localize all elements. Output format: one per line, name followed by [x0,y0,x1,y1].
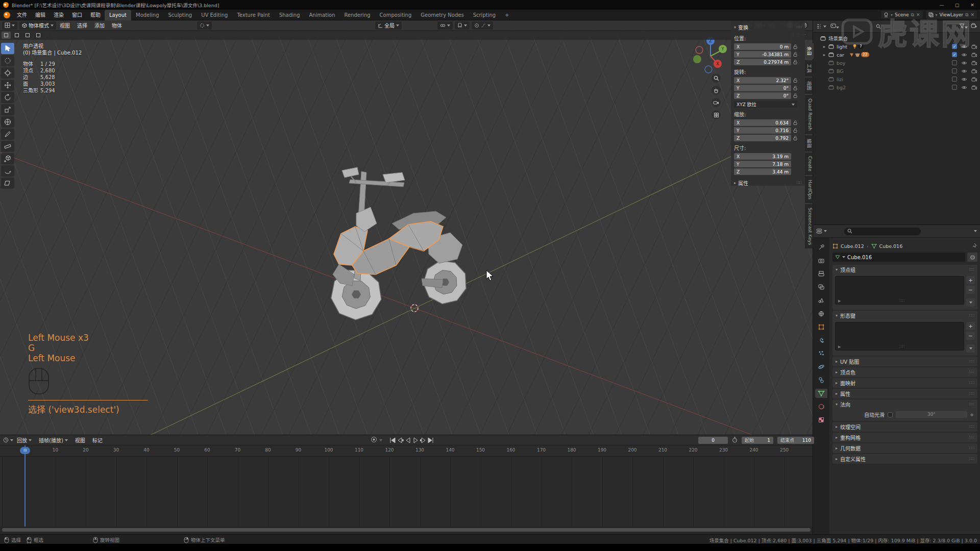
camera-view-icon[interactable] [712,98,721,107]
tool-select-circle[interactable] [1,55,14,66]
current-frame-field[interactable]: 0 [698,437,728,444]
blender-menu-icon[interactable] [4,12,10,18]
viewport-3d[interactable]: 用户透视 (0) 场景集合 | Cube.012 物体1 / 29顶点2,680… [0,20,813,435]
frame-start-field[interactable]: 起始1 [742,437,773,444]
outliner-filter-button[interactable] [959,23,968,30]
frame-end-field[interactable]: 结束点110 [777,437,814,444]
data-name-field[interactable]: Cube.016 [832,253,965,262]
properties-editor-type-button[interactable] [816,229,827,234]
specials-menu-button[interactable] [966,344,975,353]
gizmo-neg-z-axis[interactable] [705,66,712,73]
properties-search-input[interactable] [844,228,921,235]
workspace-tab-+[interactable]: + [500,10,513,20]
specials-menu-button[interactable] [966,298,975,307]
panel-grip-icon[interactable]: ∷∷ [969,359,974,364]
breadcrumb-data[interactable]: Cube.016 [879,243,903,249]
lock-open-icon[interactable] [793,120,797,125]
properties-tab-world[interactable] [815,309,827,318]
disable-render-camera-icon[interactable] [971,61,977,65]
viewport-menu-3[interactable]: 物体 [108,21,126,29]
panel-grip-icon[interactable]: ∷∷ [797,25,802,30]
lock-open-icon[interactable] [793,86,797,90]
lock-open-icon[interactable] [793,60,797,64]
next-keyframe-button[interactable] [420,437,427,444]
timeline-menu-2[interactable]: 视图 [71,436,89,444]
panel-collapsed[interactable]: ▸UV 贴图∷∷ [832,357,977,366]
lock-open-icon[interactable] [793,136,797,140]
remove-viewlayer-icon[interactable]: ✕ [970,12,974,17]
properties-tab-active-tool[interactable] [815,243,827,252]
prev-keyframe-button[interactable] [397,437,404,444]
panel-collapsed[interactable]: ▸纹理空间∷∷ [832,422,977,432]
selectable-checkbox[interactable] [952,85,957,90]
panel-grip-icon[interactable]: ∷∷ [969,424,974,429]
sidebar-tab-0[interactable]: 条目 [805,43,814,59]
sidebar-tab-2[interactable]: 视图 [805,78,814,94]
menu-0[interactable]: 文件 [13,12,31,18]
properties-tab-object[interactable] [815,322,827,332]
sidebar-tab-3[interactable]: Quad Remesh [805,95,814,134]
select-mode-intersect[interactable] [34,32,43,39]
workspace-tab-geometry-nodes[interactable]: Geometry Nodes [416,10,468,20]
dimensions-x-field[interactable]: X 3.19 m [734,153,791,160]
tool-annotate[interactable] [1,129,14,140]
add-item-button[interactable]: + [966,276,975,284]
workspace-tab-rendering[interactable]: Rendering [340,10,375,20]
tool-add-cube[interactable] [1,153,14,164]
properties-tab-view-layer[interactable] [815,283,827,292]
outliner-search[interactable] [876,24,881,29]
properties-tab-physics[interactable] [815,362,827,371]
tool-cursor-3d[interactable] [1,67,14,79]
scale-z-field[interactable]: Z 0.792 [734,135,791,141]
properties-options-caret[interactable] [974,230,977,232]
scale-y-field[interactable]: Y 0.716 [734,127,791,134]
timeline-menu-3[interactable]: 标记 [89,436,106,444]
workspace-tab-modeling[interactable]: Modeling [131,10,164,20]
item-panel-collapsed[interactable]: ▸ 属性 ∷∷ [734,179,802,187]
properties-tab-render[interactable] [815,256,827,265]
timeline-track-area[interactable] [0,457,813,527]
sidebar-tab-5[interactable]: Create [805,153,814,175]
tool-transform[interactable] [1,116,14,128]
panel-collapsed[interactable]: ▸面映射∷∷ [832,378,977,388]
properties-tab-constraints[interactable] [815,375,827,385]
panel-grip-icon[interactable]: ∷∷ [969,370,974,374]
outliner-display-mode[interactable] [816,23,826,29]
selectable-checkbox[interactable] [952,68,957,73]
remove-item-button[interactable]: − [966,332,975,340]
auto-keying-toggle[interactable] [371,436,377,444]
panel-grip-icon[interactable]: ∷∷ [969,435,974,440]
proportional-editing-toggle[interactable] [472,21,493,30]
panel-grip-icon[interactable]: ∷∷ [969,446,974,450]
location-y-field[interactable]: Y -0.34381 m [734,51,791,58]
pin-icon[interactable] [972,243,977,249]
selectable-checkbox[interactable] [952,60,957,65]
mode-transfer-button[interactable] [197,21,212,30]
workspace-tab-sculpting[interactable]: Sculpting [164,10,197,20]
selectable-checkbox[interactable]: ✓ [952,44,957,49]
add-item-button[interactable]: + [966,322,975,330]
panel-collapsed[interactable]: ▸顶点色∷∷ [832,367,977,377]
breadcrumb-object[interactable]: Cube.012 [841,243,864,249]
tool-measure[interactable] [1,141,14,152]
expand-arrow-icon[interactable]: ▸ [823,53,828,57]
hide-viewport-eye-icon[interactable] [961,53,967,57]
tool-spin[interactable] [1,165,14,177]
workspace-tab-shading[interactable]: Shading [275,10,305,20]
selected-body-part[interactable] [334,221,443,274]
viewlayer-selector[interactable]: ▾ViewLayer ⧉ ✕ [926,11,977,19]
outliner-item-bg2[interactable]: bg2 [813,83,980,91]
panel-grip-icon[interactable]: ∷∷ [969,457,974,461]
select-mode-extend[interactable] [12,32,21,39]
dimensions-z-field[interactable]: Z 3.44 m [734,168,791,175]
timeline-editor-type-button[interactable] [3,437,13,443]
rotation-z-field[interactable]: Z 0° [734,92,791,99]
workspace-tab-animation[interactable]: Animation [305,10,340,20]
panel-collapsed[interactable]: ▸几何数据∷∷ [832,443,977,453]
pan-hand-icon[interactable] [712,86,721,95]
properties-tab-particles[interactable] [815,349,827,358]
ortho-toggle-icon[interactable] [712,110,721,119]
outliner-item-lizi[interactable]: lizi [813,75,980,83]
outliner-scene-collection[interactable]: 场景集合 [813,34,980,42]
workspace-tab-uv-editing[interactable]: UV Editing [197,10,232,20]
